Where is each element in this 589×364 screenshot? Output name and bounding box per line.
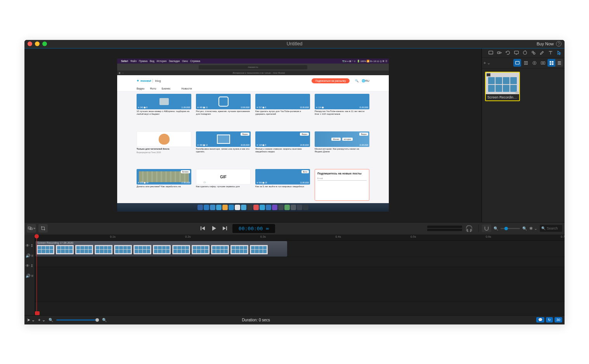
playhead-footer-icon[interactable] [35,311,40,315]
zoom-in-icon[interactable]: 🔍 [522,226,527,231]
rotate-icon[interactable] [504,49,512,56]
play-button[interactable] [211,225,217,231]
zoom-out-icon[interactable]: 🔍 [49,318,53,322]
dock-app-icon [272,205,277,210]
record-voice-icon[interactable] [495,49,503,56]
dock-app-icon [266,205,271,210]
headphones-icon[interactable]: 🎧 [465,225,473,232]
playhead[interactable] [36,235,37,315]
fps-badge[interactable]: 30 [554,317,562,323]
help-icon[interactable]: ? [556,41,561,47]
preview-canvas[interactable]: Safari Файл Правка Вид История Закладки … [117,59,389,212]
clip-frame-thumb [36,245,54,254]
timeline-tracks[interactable]: 0.1s0.2s0.3s0.4s0.5s0.6s0.7s Screen Reco… [35,235,565,315]
dock-app-icon [247,205,253,210]
media-tab[interactable] [513,59,521,67]
timeline-area: 👁 ⇕ 🔊 ≡ 👁 ⇕ 🔊 ≡ 0.1s0.2s0.3s0.4s0.5s0.6s… [24,235,565,315]
blog-card: 👁 517 🕐 802.09.2020Как сделать аутро для… [255,94,310,128]
monitor-icon[interactable] [513,49,520,56]
add-media-button[interactable]: + ⌄ [483,60,493,66]
clip-frame-thumb [114,245,132,254]
clip-label: Screen Recording 17.09.2020 [36,241,287,245]
svg-rect-18 [549,63,551,65]
blog-card: Видео👁 469 🕐 1226.08.2020Калибровка мони… [196,131,251,166]
timeline-ruler[interactable]: 0.1s0.2s0.3s0.4s0.5s0.6s0.7s [35,235,565,241]
edit-icon[interactable] [538,49,546,56]
cursor-icon[interactable] [555,49,563,56]
empty-track-area[interactable] [35,267,565,302]
buy-now-link[interactable]: Buy Now [537,41,554,46]
text-icon[interactable] [547,49,554,56]
panel-toolbar [482,48,565,58]
dock-app-icon [204,205,209,210]
dock-app-icon [235,205,240,210]
grid-view-button[interactable] [547,59,555,67]
media-bin[interactable]: 0s Screen Recording... [482,69,565,222]
ruler-icon [24,235,35,241]
recorded-safari-tabbar: ◧› Интересное о технологиях и не только … [117,71,389,75]
add-track-button[interactable]: + ⌄ [38,317,45,323]
track2-visibility-toggle[interactable]: 👁 ⇕ [24,261,35,271]
zoom-in-icon[interactable]: 🔍 [102,318,107,322]
timeline-clip[interactable]: Screen Recording 17.09.2020 [36,241,287,257]
next-frame-button[interactable] [222,225,228,231]
dock-app-icon [241,205,246,210]
ruler-tick: 0.3s [260,235,266,238]
screen-icon [487,73,490,76]
recorded-mac-menubar: Safari Файл Правка Вид История Закладки … [117,59,389,64]
svg-rect-14 [541,62,542,64]
blog-card: 👁 242 🕐 811.09.202010 лучших экшн-камер … [137,94,191,128]
zoom-out-icon[interactable]: 🔍 [494,226,498,231]
minimize-window-button[interactable] [35,41,40,46]
svg-rect-10 [524,61,525,64]
main-area: Safari Файл Правка Вид История Закладки … [24,48,565,222]
link-icon[interactable] [530,49,537,56]
chat-button[interactable]: 💬 [536,317,544,323]
timecode-display[interactable]: 00:00:00 ∞ [232,224,275,233]
close-window-button[interactable] [28,41,32,46]
search-input[interactable]: 🔍 Search [540,225,562,232]
media-panel: + ⌄ 0s Screen Recordin [482,48,565,222]
sync-button[interactable]: ↻ [546,317,553,323]
clip-frame-thumb [75,245,93,254]
svg-marker-27 [212,226,216,231]
record-screen-icon[interactable] [487,49,495,56]
refresh-icon[interactable] [521,49,529,56]
prev-frame-button[interactable] [200,225,206,231]
track2-audio-toggle[interactable]: 🔊 ≡ [24,271,35,281]
clip-frame-thumb [56,245,74,254]
annotations-tab[interactable] [530,59,538,67]
list-view-button[interactable] [555,59,563,67]
settings-icon[interactable]: ✱ ⌄ [529,226,537,231]
select-tool[interactable]: ➤ ⌄ [27,317,35,323]
transitions-tab[interactable] [539,59,547,67]
ruler-tick: 0.1s [110,235,116,238]
track-audio-toggle[interactable]: 🔊 ≡ [24,251,35,261]
detach-preview-button[interactable]: » [27,224,36,233]
clip-frame-thumb [133,245,151,254]
dock-app-icon [197,205,203,210]
svg-point-6 [534,53,535,54]
media-item[interactable]: 0s Screen Recording... [485,72,520,101]
video-track-2[interactable] [35,257,565,267]
svg-rect-2 [515,51,519,54]
dock-app-icon [253,205,259,210]
svg-rect-19 [552,63,553,65]
media-label: Screen Recording... [486,94,519,100]
ruler-tick: 0.7s [561,235,565,238]
snapping-button[interactable] [482,224,491,232]
dock-app-icon [222,205,228,210]
lang-selector: 🌐RU [362,79,369,83]
panel-zoom-slider[interactable] [501,228,520,229]
track-visibility-toggle[interactable]: 👁 ⇕ [24,241,35,251]
svg-rect-17 [552,61,553,62]
blog-card: 👁 409 🕐 1110.09.2020Ритуал, статистика, … [196,94,251,128]
maximize-window-button[interactable] [42,41,47,46]
video-track-1[interactable]: Screen Recording 17.09.2020 [35,241,565,257]
clip-frame-thumb [250,245,268,254]
svg-marker-28 [223,226,226,230]
library-tab[interactable] [522,59,530,67]
timeline-zoom-slider[interactable] [56,319,99,321]
transport-bar: » 00:00:00 ∞ 🎧 🔍 🔍 ✱ ⌄ 🔍 Search [24,222,565,235]
crop-button[interactable] [38,224,48,233]
